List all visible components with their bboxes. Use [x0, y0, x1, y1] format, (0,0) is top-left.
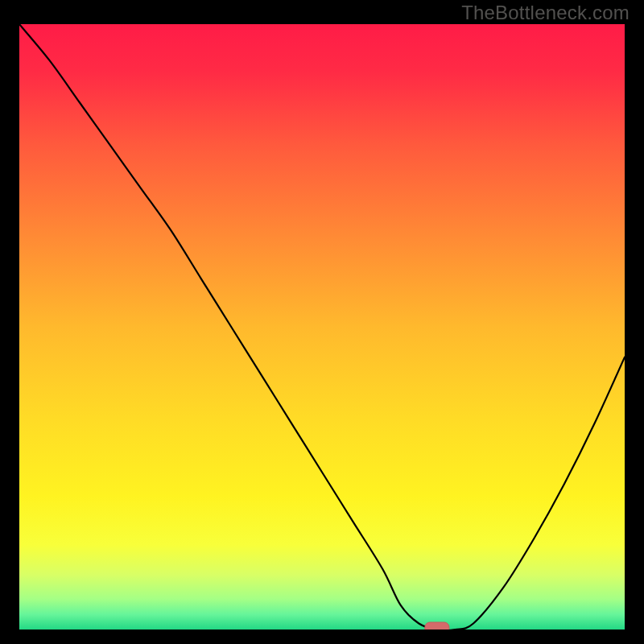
plot-svg [19, 24, 625, 630]
bottleneck-plot [19, 24, 625, 630]
chart-frame: TheBottleneck.com [0, 0, 644, 644]
optimum-marker [425, 622, 449, 630]
attribution-text: TheBottleneck.com [461, 2, 630, 24]
